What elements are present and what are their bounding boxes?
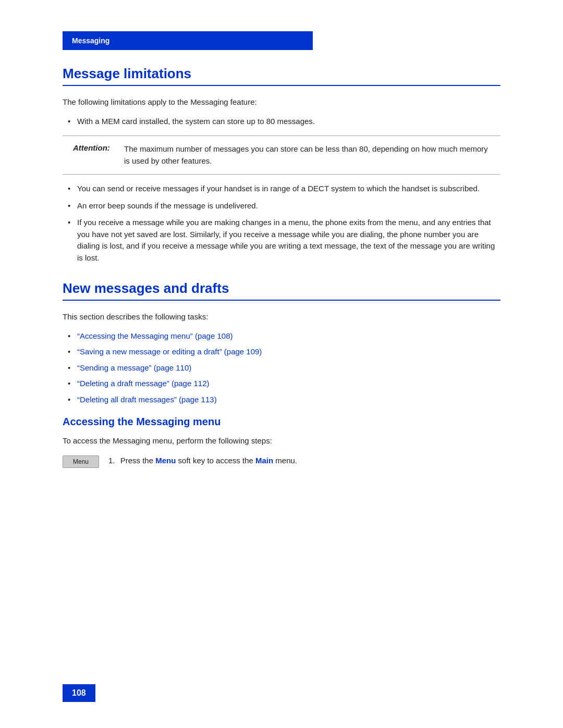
page-container: Messaging Message limitations The follow… [0,0,563,728]
step-number: 1. [108,456,115,465]
attention-text: The maximum number of messages you can s… [124,143,490,167]
link-item-2[interactable]: “Saving a new message or editing a draft… [63,346,500,358]
attention-label: Attention: [73,143,120,167]
link-item-3[interactable]: “Sending a message” (page 110) [63,362,500,374]
page-number: 108 [72,688,86,697]
step-text-before: Press the [120,456,153,465]
message-limitations-title: Message limitations [63,66,500,86]
new-messages-section: New messages and drafts This section des… [63,280,500,468]
link-item-4[interactable]: “Deleting a draft message” (page 112) [63,378,500,390]
new-messages-intro: This section describes the following tas… [63,311,500,323]
message-limitations-bullets: With a MEM card installed, the system ca… [63,116,500,128]
link-text-1[interactable]: “Accessing the Messaging menu” (page 108… [77,331,233,340]
header-banner-label: Messaging [72,36,109,45]
main-word: Main [255,456,273,465]
step-1-text: 1. Press the Menu soft key to access the… [108,454,297,467]
attention-box: Attention: The maximum number of message… [63,135,500,175]
subsection-intro: To access the Messaging menu, perform th… [63,435,500,447]
link-text-2[interactable]: “Saving a new message or editing a draft… [77,347,262,356]
header-banner: Messaging [63,31,313,50]
step-text-after: menu. [275,456,297,465]
bullet-dect: You can send or receive messages if your… [63,183,500,195]
link-item-1[interactable]: “Accessing the Messaging menu” (page 108… [63,330,500,342]
link-text-5[interactable]: “Deleting all draft messages” (page 113) [77,395,217,404]
link-text-4[interactable]: “Deleting a draft message” (page 112) [77,379,209,388]
link-text-3[interactable]: “Sending a message” (page 110) [77,363,191,372]
menu-button[interactable]: Menu [63,455,99,468]
new-messages-title: New messages and drafts [63,280,500,301]
page-number-box: 108 [63,684,95,702]
bullet-error-beep: An error beep sounds if the message is u… [63,200,500,212]
new-messages-link-list: “Accessing the Messaging menu” (page 108… [63,330,500,406]
bullet-message-while-menu: If you receive a message while you are m… [63,217,500,264]
menu-word: Menu [155,456,176,465]
message-limitations-intro: The following limitations apply to the M… [63,96,500,108]
subsection-title: Accessing the Messaging menu [63,416,500,428]
step-1-area: Menu 1. Press the Menu soft key to acces… [63,454,500,468]
link-item-5[interactable]: “Deleting all draft messages” (page 113) [63,394,500,406]
bullet-mem-card: With a MEM card installed, the system ca… [63,116,500,128]
more-bullets: You can send or receive messages if your… [63,183,500,264]
step-text-middle: soft key to access the [178,456,253,465]
